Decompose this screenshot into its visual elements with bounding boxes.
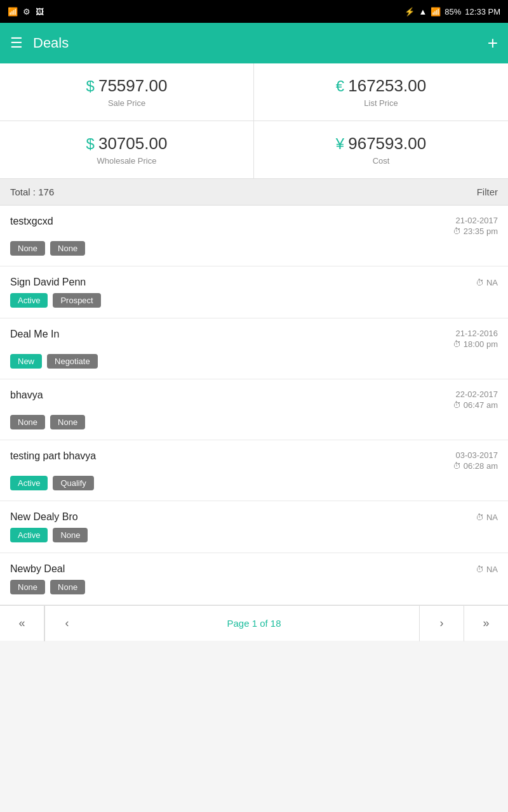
deal-time: 18:00 pm xyxy=(464,339,498,349)
tag-negotiate: Negotiate xyxy=(47,354,98,369)
clock-icon: ⏱ xyxy=(453,339,461,349)
tag-active: Active xyxy=(10,293,48,308)
header-left: ☰ Deals xyxy=(10,35,69,51)
deal-tags: None None xyxy=(10,580,498,594)
status-bar: 📶 ⚙ 🖼 ⚡ ▲ 📶 85% 12:33 PM xyxy=(0,0,508,23)
wholesale-price-label: Wholesale Price xyxy=(10,156,243,166)
clock-icon: ⏱ xyxy=(476,278,484,287)
sale-price-label: Sale Price xyxy=(10,98,243,108)
deal-tags: None None xyxy=(10,415,498,429)
wholesale-price-card: $ 30705.00 Wholesale Price xyxy=(0,121,254,178)
tag-new: New xyxy=(10,354,42,369)
clock-icon: ⏱ xyxy=(476,565,484,574)
deal-time: 06:47 am xyxy=(464,400,498,410)
deal-name: Newby Deal xyxy=(10,563,65,575)
add-deal-button[interactable]: + xyxy=(488,33,498,53)
sale-price-card: $ 75597.00 Sale Price xyxy=(0,63,254,121)
deal-date: 22-02-2017 xyxy=(453,390,498,399)
tag-none: None xyxy=(53,528,88,542)
clock-icon: ⏱ xyxy=(453,400,461,410)
tag-none: None xyxy=(10,241,45,256)
app-header: ☰ Deals + xyxy=(0,23,508,63)
battery-percent: 85% xyxy=(444,7,461,16)
deal-item-deal-me-in[interactable]: Deal Me In 21-12-2016 ⏱ 18:00 pm New Neg… xyxy=(0,318,508,379)
deal-name: Sign David Penn xyxy=(10,277,86,288)
clock-icon: ⏱ xyxy=(453,461,461,471)
list-price-card: € 167253.00 List Price xyxy=(254,63,508,121)
next-page-button[interactable]: › xyxy=(419,606,464,641)
notification-icon: ⚙ xyxy=(23,7,30,16)
sale-price-currency: $ xyxy=(86,77,95,95)
deal-date: 03-03-2017 xyxy=(453,450,498,460)
clock-icon: ⏱ xyxy=(476,513,484,522)
page-indicator: Page 1 of 18 xyxy=(89,618,419,629)
list-price-label: List Price xyxy=(264,98,498,108)
deal-time: NA xyxy=(486,513,498,522)
tag-none: None xyxy=(50,415,85,429)
deal-time: NA xyxy=(486,278,498,287)
deal-tags: None None xyxy=(10,241,498,256)
cost-card: ¥ 967593.00 Cost xyxy=(254,121,508,178)
signal-icon: 📶 xyxy=(431,7,441,16)
page-title: Deals xyxy=(33,35,69,51)
price-summary-grid: $ 75597.00 Sale Price € 167253.00 List P… xyxy=(0,63,508,179)
deal-time: 23:35 pm xyxy=(464,226,498,236)
sale-price-value: 75597.00 xyxy=(98,76,167,96)
deal-tags: Active None xyxy=(10,528,498,542)
tag-qualify: Qualify xyxy=(53,476,93,490)
deal-tags: Active Qualify xyxy=(10,476,498,490)
deal-item-bhavya[interactable]: bhavya 22-02-2017 ⏱ 06:47 am None None xyxy=(0,379,508,440)
cost-value: 967593.00 xyxy=(348,134,426,154)
deal-item-testxgcxd[interactable]: testxgcxd 21-02-2017 ⏱ 23:35 pm None Non… xyxy=(0,206,508,266)
deal-date: 21-12-2016 xyxy=(453,329,498,338)
wifi-icon: ▲ xyxy=(418,7,427,16)
last-page-button[interactable]: » xyxy=(464,606,508,641)
deal-time: 06:28 am xyxy=(464,461,498,471)
deal-name: bhavya xyxy=(10,390,43,401)
clock-icon: ⏱ xyxy=(453,226,461,236)
deal-time: NA xyxy=(486,565,498,574)
tag-none: None xyxy=(50,580,85,594)
status-bar-right: ⚡ ▲ 📶 85% 12:33 PM xyxy=(404,7,500,16)
menu-button[interactable]: ☰ xyxy=(10,35,23,51)
deal-item-sign-david-penn[interactable]: Sign David Penn ⏱ NA Active Prospect xyxy=(0,266,508,318)
tag-active: Active xyxy=(10,476,48,490)
tag-active: Active xyxy=(10,528,48,542)
deal-name: New Dealy Bro xyxy=(10,511,78,523)
phone-icon: 📶 xyxy=(8,7,18,16)
prev-page-button[interactable]: ‹ xyxy=(44,606,89,641)
bluetooth-icon: ⚡ xyxy=(404,7,415,16)
total-count-text: Total : 176 xyxy=(10,187,54,197)
deal-name: Deal Me In xyxy=(10,329,59,340)
wholesale-price-value: 30705.00 xyxy=(98,134,167,154)
deal-item-testing-part-bhavya[interactable]: testing part bhavya 03-03-2017 ⏱ 06:28 a… xyxy=(0,440,508,501)
clock-status: 12:33 PM xyxy=(465,7,500,16)
list-price-currency: € xyxy=(336,77,344,95)
cost-currency: ¥ xyxy=(336,135,344,153)
tag-none: None xyxy=(10,580,45,594)
status-bar-left: 📶 ⚙ 🖼 xyxy=(8,7,44,16)
filter-button[interactable]: Filter xyxy=(477,187,498,197)
cost-label: Cost xyxy=(264,156,498,166)
pagination-bar: « ‹ Page 1 of 18 › » xyxy=(0,605,508,641)
tag-none: None xyxy=(10,415,45,429)
first-page-button[interactable]: « xyxy=(0,606,44,641)
deal-name: testxgcxd xyxy=(10,216,53,227)
total-bar: Total : 176 Filter xyxy=(0,179,508,206)
deal-item-newby-deal[interactable]: Newby Deal ⏱ NA None None xyxy=(0,553,508,605)
deal-list: testxgcxd 21-02-2017 ⏱ 23:35 pm None Non… xyxy=(0,206,508,605)
deal-date: 21-02-2017 xyxy=(453,216,498,225)
image-icon: 🖼 xyxy=(36,7,44,16)
deal-name: testing part bhavya xyxy=(10,450,96,462)
list-price-value: 167253.00 xyxy=(348,76,426,96)
tag-prospect: Prospect xyxy=(53,293,100,308)
deal-item-new-dealy-bro[interactable]: New Dealy Bro ⏱ NA Active None xyxy=(0,501,508,553)
wholesale-price-currency: $ xyxy=(86,135,95,153)
deal-tags: New Negotiate xyxy=(10,354,498,369)
deal-tags: Active Prospect xyxy=(10,293,498,308)
tag-none: None xyxy=(50,241,85,256)
